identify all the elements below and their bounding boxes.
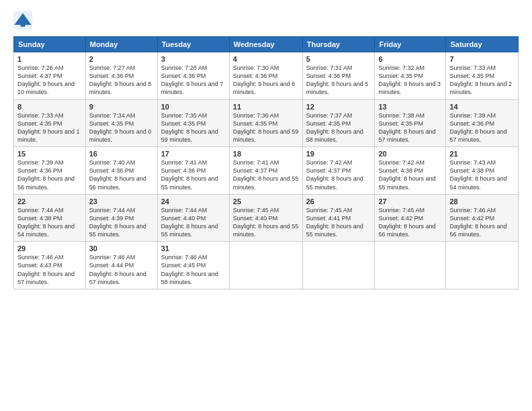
day-number: 27: [378, 197, 442, 205]
calendar-header-row: Sunday Monday Tuesday Wednesday Thursday…: [14, 37, 519, 52]
calendar-cell: 25 Sunrise: 7:45 AMSunset: 4:40 PMDaylig…: [229, 194, 302, 242]
day-number: 2: [89, 55, 154, 63]
day-info: Sunrise: 7:40 AMSunset: 4:36 PMDaylight:…: [89, 158, 154, 191]
calendar-cell: 20 Sunrise: 7:42 AMSunset: 4:38 PMDaylig…: [375, 147, 446, 195]
day-info: Sunrise: 7:27 AMSunset: 4:36 PMDaylight:…: [89, 64, 154, 97]
calendar-cell: 1 Sunrise: 7:26 AMSunset: 4:37 PMDayligh…: [14, 52, 86, 100]
day-info: Sunrise: 7:31 AMSunset: 4:36 PMDaylight:…: [306, 64, 371, 97]
calendar-week-row: 22 Sunrise: 7:44 AMSunset: 4:38 PMDaylig…: [14, 194, 519, 242]
calendar-cell: 3 Sunrise: 7:28 AMSunset: 4:36 PMDayligh…: [157, 52, 229, 100]
day-number: 19: [306, 150, 371, 158]
calendar-cell: 11 Sunrise: 7:36 AMSunset: 4:35 PMDaylig…: [229, 99, 302, 147]
day-info: Sunrise: 7:33 AMSunset: 4:35 PMDaylight:…: [17, 111, 82, 144]
day-number: 22: [17, 197, 82, 205]
calendar-cell: 16 Sunrise: 7:40 AMSunset: 4:36 PMDaylig…: [85, 147, 157, 195]
day-number: 10: [161, 103, 226, 111]
day-info: Sunrise: 7:41 AMSunset: 4:37 PMDaylight:…: [233, 158, 299, 191]
day-number: 1: [17, 55, 82, 63]
day-number: 9: [89, 103, 154, 111]
calendar-cell: 19 Sunrise: 7:42 AMSunset: 4:37 PMDaylig…: [302, 147, 375, 195]
day-info: Sunrise: 7:46 AMSunset: 4:42 PMDaylight:…: [449, 206, 515, 239]
day-number: 15: [17, 150, 82, 158]
day-number: 24: [161, 197, 226, 205]
calendar-cell: 13 Sunrise: 7:38 AMSunset: 4:35 PMDaylig…: [375, 99, 446, 147]
col-saturday: Saturday: [446, 37, 519, 52]
day-number: 18: [233, 150, 299, 158]
day-info: Sunrise: 7:34 AMSunset: 4:35 PMDaylight:…: [89, 111, 154, 144]
day-number: 3: [161, 55, 226, 63]
col-sunday: Sunday: [14, 37, 86, 52]
calendar-cell: 29 Sunrise: 7:46 AMSunset: 4:43 PMDaylig…: [14, 242, 86, 289]
day-info: Sunrise: 7:45 AMSunset: 4:41 PMDaylight:…: [306, 206, 371, 239]
calendar-cell: 10 Sunrise: 7:35 AMSunset: 4:35 PMDaylig…: [157, 99, 229, 147]
day-info: Sunrise: 7:46 AMSunset: 4:44 PMDaylight:…: [89, 253, 154, 286]
day-info: Sunrise: 7:46 AMSunset: 4:43 PMDaylight:…: [17, 253, 82, 286]
calendar-cell: 9 Sunrise: 7:34 AMSunset: 4:35 PMDayligh…: [85, 99, 157, 147]
page: Sunday Monday Tuesday Wednesday Thursday…: [0, 0, 532, 411]
col-thursday: Thursday: [302, 37, 375, 52]
day-number: 21: [449, 150, 515, 158]
calendar-cell: [446, 242, 519, 289]
calendar-cell: 30 Sunrise: 7:46 AMSunset: 4:44 PMDaylig…: [85, 242, 157, 289]
calendar-week-row: 15 Sunrise: 7:39 AMSunset: 4:36 PMDaylig…: [14, 147, 519, 195]
day-number: 23: [89, 197, 154, 205]
day-info: Sunrise: 7:33 AMSunset: 4:35 PMDaylight:…: [449, 64, 515, 97]
day-number: 17: [161, 150, 226, 158]
day-number: 8: [17, 103, 82, 111]
day-number: 12: [306, 103, 371, 111]
day-number: 6: [378, 55, 442, 63]
calendar-cell: 23 Sunrise: 7:44 AMSunset: 4:39 PMDaylig…: [85, 194, 157, 242]
day-info: Sunrise: 7:44 AMSunset: 4:39 PMDaylight:…: [89, 206, 154, 239]
calendar-cell: 5 Sunrise: 7:31 AMSunset: 4:36 PMDayligh…: [302, 52, 375, 100]
day-number: 5: [306, 55, 371, 63]
calendar-cell: 24 Sunrise: 7:44 AMSunset: 4:40 PMDaylig…: [157, 194, 229, 242]
day-number: 30: [89, 244, 154, 253]
calendar-cell: 8 Sunrise: 7:33 AMSunset: 4:35 PMDayligh…: [14, 99, 86, 147]
day-info: Sunrise: 7:28 AMSunset: 4:36 PMDaylight:…: [161, 64, 226, 97]
day-number: 11: [233, 103, 299, 111]
calendar-table: Sunday Monday Tuesday Wednesday Thursday…: [13, 36, 519, 289]
calendar-cell: 12 Sunrise: 7:37 AMSunset: 4:35 PMDaylig…: [302, 99, 375, 147]
day-number: 29: [17, 244, 82, 253]
day-info: Sunrise: 7:36 AMSunset: 4:35 PMDaylight:…: [233, 111, 299, 144]
day-number: 4: [233, 55, 299, 63]
calendar-cell: [375, 242, 446, 289]
svg-rect-2: [21, 21, 26, 26]
day-number: 16: [89, 150, 154, 158]
calendar-week-row: 29 Sunrise: 7:46 AMSunset: 4:43 PMDaylig…: [14, 242, 519, 289]
day-info: Sunrise: 7:42 AMSunset: 4:37 PMDaylight:…: [306, 158, 371, 191]
day-number: 14: [449, 103, 515, 111]
day-info: Sunrise: 7:32 AMSunset: 4:35 PMDaylight:…: [378, 64, 442, 97]
calendar-cell: 22 Sunrise: 7:44 AMSunset: 4:38 PMDaylig…: [14, 194, 86, 242]
calendar-cell: 6 Sunrise: 7:32 AMSunset: 4:35 PMDayligh…: [375, 52, 446, 100]
calendar-cell: 31 Sunrise: 7:46 AMSunset: 4:45 PMDaylig…: [157, 242, 229, 289]
day-info: Sunrise: 7:43 AMSunset: 4:38 PMDaylight:…: [449, 158, 515, 191]
calendar-cell: [229, 242, 302, 289]
calendar-cell: 27 Sunrise: 7:45 AMSunset: 4:42 PMDaylig…: [375, 194, 446, 242]
day-info: Sunrise: 7:41 AMSunset: 4:36 PMDaylight:…: [161, 158, 226, 191]
calendar-cell: 17 Sunrise: 7:41 AMSunset: 4:36 PMDaylig…: [157, 147, 229, 195]
calendar-cell: 26 Sunrise: 7:45 AMSunset: 4:41 PMDaylig…: [302, 194, 375, 242]
day-info: Sunrise: 7:35 AMSunset: 4:35 PMDaylight:…: [161, 111, 226, 144]
calendar-cell: [302, 242, 375, 289]
day-info: Sunrise: 7:37 AMSunset: 4:35 PMDaylight:…: [306, 111, 371, 144]
day-number: 26: [306, 197, 371, 205]
day-info: Sunrise: 7:39 AMSunset: 4:36 PMDaylight:…: [449, 111, 515, 144]
day-info: Sunrise: 7:44 AMSunset: 4:38 PMDaylight:…: [17, 206, 82, 239]
day-number: 31: [161, 244, 226, 253]
logo: [13, 11, 34, 30]
calendar-cell: 4 Sunrise: 7:30 AMSunset: 4:36 PMDayligh…: [229, 52, 302, 100]
header: [13, 11, 519, 30]
day-info: Sunrise: 7:45 AMSunset: 4:42 PMDaylight:…: [378, 206, 442, 239]
calendar-cell: 14 Sunrise: 7:39 AMSunset: 4:36 PMDaylig…: [446, 99, 519, 147]
calendar-cell: 15 Sunrise: 7:39 AMSunset: 4:36 PMDaylig…: [14, 147, 86, 195]
day-number: 25: [233, 197, 299, 205]
calendar-week-row: 8 Sunrise: 7:33 AMSunset: 4:35 PMDayligh…: [14, 99, 519, 147]
day-number: 20: [378, 150, 442, 158]
day-info: Sunrise: 7:39 AMSunset: 4:36 PMDaylight:…: [17, 158, 82, 191]
day-number: 28: [449, 197, 515, 205]
day-number: 7: [449, 55, 515, 63]
day-info: Sunrise: 7:26 AMSunset: 4:37 PMDaylight:…: [17, 64, 82, 97]
day-info: Sunrise: 7:30 AMSunset: 4:36 PMDaylight:…: [233, 64, 299, 97]
day-info: Sunrise: 7:38 AMSunset: 4:35 PMDaylight:…: [378, 111, 442, 144]
